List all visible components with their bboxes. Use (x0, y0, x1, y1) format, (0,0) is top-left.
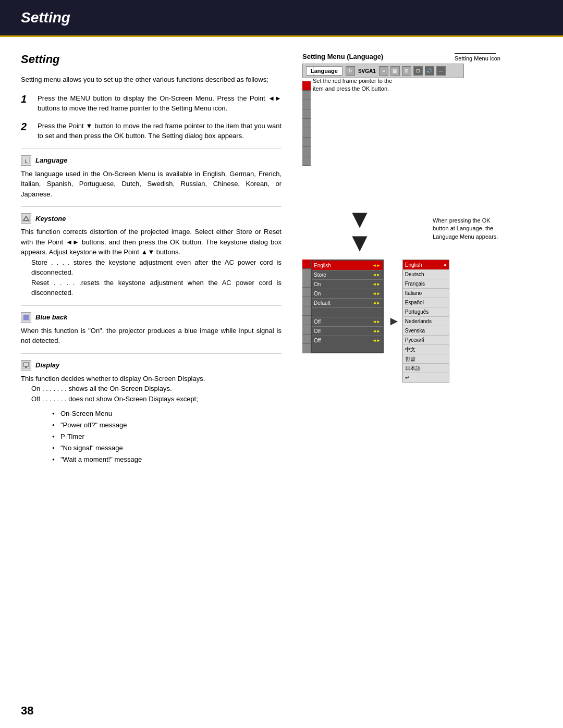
sidebar-icon-8 (302, 147, 311, 156)
step-2-text: Press the Point ▼ button to move the red… (38, 121, 282, 141)
keystone-reset: Reset . . . . .resets the keystone adjus… (31, 278, 282, 298)
panel-row-on1: On ◄► (312, 279, 383, 289)
left-column: Setting Setting menu allows you to set u… (21, 53, 282, 473)
section-title: Setting (21, 53, 282, 66)
bottom-sidebar-2 (302, 269, 311, 278)
annotation-setting-menu-icon: Setting Menu icon (455, 53, 500, 63)
language-list: English ◄ Deutsch Français Italiano Espa… (402, 260, 449, 382)
annotation-language-menu: When pressing the OK button at Language,… (433, 217, 506, 241)
feature-blueback: Blue back When this function is "On", th… (21, 312, 282, 346)
bottom-diagram: English ◄► Store ◄► On ◄► On ◄► (302, 260, 500, 382)
bullet-poweroff: "Power off?" message (52, 419, 282, 431)
divider-3 (21, 305, 282, 306)
feature-keystone: Keystone This function corrects distorti… (21, 213, 282, 298)
panel-left-sidebar (302, 81, 311, 166)
right-arrow-icon: ► (388, 314, 400, 328)
lang-item-korean: 한글 (403, 354, 449, 363)
lang-english-arrow: ◄ (443, 263, 447, 267)
panel-row-off1-label: Off (314, 319, 372, 325)
panel-row-english-arrow: ◄► (372, 263, 381, 268)
bullet-nosignal: "No signal" message (52, 442, 282, 454)
lang-english-label: English (405, 262, 422, 268)
feature-keystone-header: Keystone (21, 213, 282, 224)
bullet-onscreen: On-Screen Menu (52, 408, 282, 419)
panel-row-on1-arrow: ◄► (372, 282, 381, 287)
lang-item-portugues: Português (403, 307, 449, 316)
display-text: This function decides whether to display… (21, 374, 282, 384)
panel-row-empty (312, 307, 383, 317)
panel-row-off3-label: Off (314, 338, 372, 343)
bottom-sidebar-4 (302, 288, 311, 297)
panel-row-english-label: English (314, 263, 372, 268)
lang-korean-label: 한글 (405, 355, 447, 363)
display-off: Off . . . . . . . does not show On-Scree… (31, 394, 282, 404)
divider-1 (21, 149, 282, 149)
panel-row-default-label: Default (314, 300, 372, 306)
lang-item-espanol: Español (403, 298, 449, 307)
menu-icon-1: ↻ (346, 66, 355, 76)
lang-item-end: ↩ (403, 373, 449, 382)
down-arrow-2: ▼ (302, 231, 417, 254)
lang-japanese-label: 日本語 (405, 365, 447, 372)
step-2-number: 2 (21, 121, 31, 141)
lang-svenska-label: Svenska (405, 328, 447, 334)
bottom-panel-sidebar (302, 260, 311, 353)
bottom-sidebar-8 (302, 325, 311, 335)
panel-row-off2: Off ◄► (312, 326, 383, 336)
keystone-text: This function corrects distortion of the… (21, 227, 282, 257)
step-1: 1 Press the MENU button to display the O… (21, 93, 282, 114)
sidebar-icon-3 (302, 100, 311, 109)
lang-russian-label: Русский (405, 337, 447, 343)
blueback-text: When this function is "On", the projecto… (21, 326, 282, 346)
lang-item-deutsch: Deutsch (403, 269, 449, 279)
panel-row-default: Default ◄► (312, 298, 383, 307)
lang-item-svenska: Svenska (403, 326, 449, 335)
lang-end-icon: ↩ (405, 375, 409, 380)
keystone-icon (21, 213, 31, 224)
sidebar-icon-9 (302, 156, 311, 166)
feature-display: Display This function decides whether to… (21, 360, 282, 466)
menu-icon-5: ⊡ (413, 66, 423, 76)
panel-row-store: Store ◄► (312, 270, 383, 279)
panel-row-on1-label: On (314, 281, 372, 287)
display-on: On . . . . . . . shows all the On-Screen… (31, 384, 282, 394)
lang-item-russian: Русский (403, 335, 449, 344)
top-panel-area (302, 81, 500, 166)
blueback-title: Blue back (35, 313, 67, 321)
bottom-panel-rows: English ◄► Store ◄► On ◄► On ◄► (311, 260, 384, 353)
step-1-text: Press the MENU button to display the On-… (38, 93, 282, 114)
lang-portugues-label: Português (405, 309, 447, 315)
lang-espanol-label: Español (405, 300, 447, 305)
panel-row-on2-arrow: ◄► (372, 291, 381, 296)
panel-row-on2-label: On (314, 291, 372, 297)
menu-bar-area: Language ↻ SVGA1 ≡ ▦ ⊞ ⊡ 🔊 — Set the red… (302, 64, 500, 166)
panel-row-off1: Off ◄► (312, 317, 383, 326)
sidebar-icon-4 (302, 109, 311, 119)
page-header-title: Setting (21, 9, 542, 26)
keystone-title: Keystone (35, 215, 66, 223)
menu-icon-4: ⊞ (402, 66, 411, 76)
panel-row-english: English ◄► (312, 261, 383, 270)
lang-item-nederlands: Nederlands (403, 316, 449, 326)
keystone-store: Store . . . . stores the keystone adjust… (31, 257, 282, 278)
lang-nederlands-label: Nederlands (405, 318, 447, 324)
bottom-sidebar-6 (302, 306, 311, 316)
down-arrows-area: ▼ ▼ (302, 207, 417, 254)
feature-language-header: L Language (21, 155, 282, 166)
panel-row-off3: Off ◄► (312, 336, 383, 345)
menu-icon-2: ≡ (379, 66, 388, 76)
bottom-sidebar-3 (302, 278, 311, 288)
panel-row-off2-label: Off (314, 328, 372, 334)
step-1-number: 1 (21, 93, 31, 114)
right-column: Setting Menu (Language) Language ↻ SVGA1… (302, 53, 500, 473)
lang-item-francais: Français (403, 279, 449, 288)
panel-content-placeholder (312, 81, 406, 166)
menu-icon-3: ▦ (390, 66, 400, 76)
page-number: 38 (21, 704, 33, 718)
panel-row-off2-arrow: ◄► (372, 329, 381, 334)
display-bullets: On-Screen Menu "Power off?" message P-Ti… (52, 408, 282, 465)
language-text: The language used in the On-Screen Menu … (21, 169, 282, 200)
feature-blueback-header: Blue back (21, 312, 282, 323)
bottom-sidebar-9 (302, 335, 311, 344)
panel-row-off1-arrow: ◄► (372, 319, 381, 324)
